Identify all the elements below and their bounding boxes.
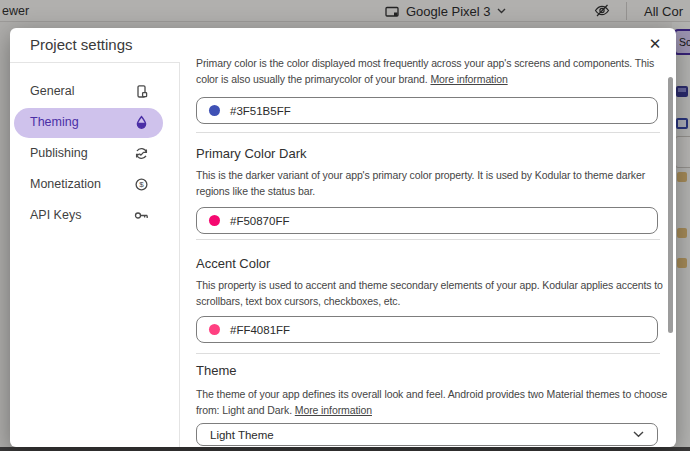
sidebar-item-monetization[interactable]: Monetization $: [10, 170, 179, 200]
screen: ewer Google Pixel 3 All Cor Sc Project s…: [0, 0, 690, 451]
color-value: #F50870FF: [230, 215, 289, 227]
sidebar-top-divider: [10, 62, 179, 63]
more-information-link[interactable]: More information: [430, 73, 507, 85]
section-divider: [196, 353, 660, 354]
dialog-title: Project settings: [30, 36, 133, 53]
color-value: #3F51B5FF: [230, 105, 291, 117]
more-information-link[interactable]: More information: [295, 404, 372, 416]
content-scrollbar[interactable]: [668, 77, 673, 333]
color-swatch: [209, 324, 220, 335]
section-heading: Accent Color: [196, 256, 270, 271]
sidebar-item-label: Publishing: [30, 146, 88, 160]
dollar-circle-icon: $: [134, 177, 149, 192]
droplet-icon: [134, 115, 149, 130]
project-settings-dialog: Project settings ✕ General Theming Publi…: [10, 28, 676, 447]
theme-select-value: Light Theme: [210, 429, 274, 441]
description-text: This property is used to accent and them…: [196, 279, 663, 307]
primary-color-dark-description: This is the darker variant of your app's…: [196, 167, 674, 199]
section-divider: [196, 239, 660, 240]
sidebar-item-label: API Keys: [30, 208, 81, 222]
primary-color-description: Primary color is the color displayed mos…: [196, 55, 674, 87]
chevron-down-icon: [633, 431, 644, 438]
section-heading: Theme: [196, 363, 236, 378]
sidebar-item-label: General: [30, 84, 74, 98]
description-text: The theme of your app defines its overal…: [196, 388, 667, 416]
description-text: This is the darker variant of your app's…: [196, 169, 645, 197]
section-divider: [196, 132, 660, 133]
sidebar-item-theming[interactable]: Theming: [10, 108, 179, 138]
accent-color-description: This property is used to accent and them…: [196, 277, 674, 309]
theme-select[interactable]: Light Theme: [196, 423, 658, 446]
publish-sync-icon: [134, 146, 149, 161]
close-icon[interactable]: ✕: [644, 33, 666, 55]
key-icon: [134, 208, 149, 223]
accent-color-input[interactable]: #FF4081FF: [196, 316, 658, 343]
theme-description: The theme of your app defines its overal…: [196, 386, 674, 418]
sidebar-item-label: Monetization: [30, 177, 101, 191]
sidebar-item-api-keys[interactable]: API Keys: [10, 201, 179, 231]
sidebar-item-publishing[interactable]: Publishing: [10, 139, 179, 169]
device-page-icon: [134, 84, 149, 99]
color-swatch: [209, 215, 220, 226]
sidebar-item-label: Theming: [30, 115, 79, 129]
description-text: Primary color is the color displayed mos…: [196, 57, 654, 85]
primary-color-dark-input[interactable]: #F50870FF: [196, 207, 658, 234]
color-value: #FF4081FF: [230, 324, 290, 336]
sidebar-vertical-divider: [179, 62, 180, 447]
section-heading: Primary Color Dark: [196, 146, 307, 161]
primary-color-input[interactable]: #3F51B5FF: [196, 97, 658, 124]
svg-text:$: $: [139, 180, 144, 189]
sidebar-item-general[interactable]: General: [10, 77, 179, 107]
color-swatch: [209, 105, 220, 116]
